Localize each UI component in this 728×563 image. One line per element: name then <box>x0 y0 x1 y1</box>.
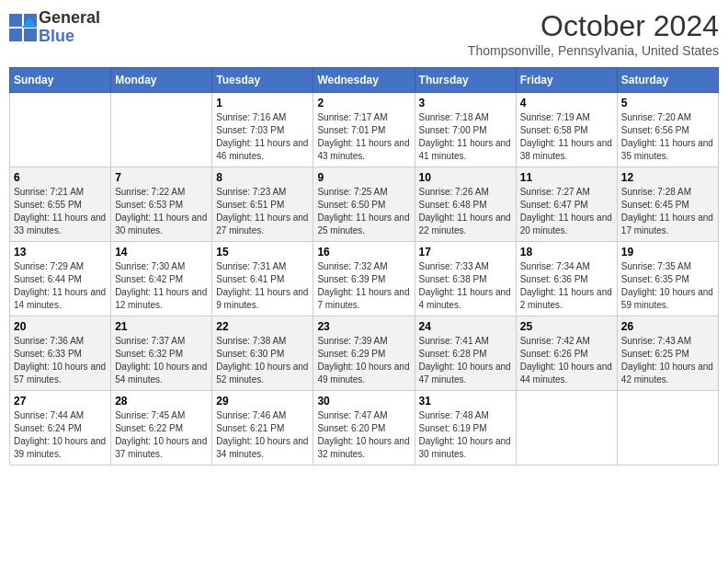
day-number: 26 <box>621 320 714 333</box>
day-number: 21 <box>115 320 208 333</box>
day-sun-info: Sunrise: 7:16 AMSunset: 7:03 PMDaylight:… <box>216 111 309 163</box>
day-sun-info: Sunrise: 7:44 AMSunset: 6:24 PMDaylight:… <box>14 409 107 461</box>
page-header: General Blue October 2024 Thompsonville,… <box>9 9 719 58</box>
day-number: 11 <box>520 171 613 184</box>
day-number: 18 <box>520 246 613 259</box>
day-header-saturday: Saturday <box>617 68 718 93</box>
calendar-cell: 28Sunrise: 7:45 AMSunset: 6:22 PMDayligh… <box>111 391 212 465</box>
day-sun-info: Sunrise: 7:48 AMSunset: 6:19 PMDaylight:… <box>419 409 512 461</box>
calendar-week-4: 20Sunrise: 7:36 AMSunset: 6:33 PMDayligh… <box>10 316 719 391</box>
day-sun-info: Sunrise: 7:34 AMSunset: 6:36 PMDaylight:… <box>520 260 613 312</box>
month-title: October 2024 <box>468 9 719 43</box>
day-number: 27 <box>14 395 107 408</box>
day-sun-info: Sunrise: 7:36 AMSunset: 6:33 PMDaylight:… <box>14 335 107 386</box>
day-number: 5 <box>621 97 714 109</box>
calendar-week-1: 1Sunrise: 7:16 AMSunset: 7:03 PMDaylight… <box>10 93 719 167</box>
day-number: 15 <box>216 246 309 259</box>
logo-blue: Blue <box>39 28 100 46</box>
logo-general: General <box>39 9 100 28</box>
calendar-cell: 16Sunrise: 7:32 AMSunset: 6:39 PMDayligh… <box>313 242 415 316</box>
day-sun-info: Sunrise: 7:21 AMSunset: 6:55 PMDaylight:… <box>14 186 107 237</box>
day-sun-info: Sunrise: 7:37 AMSunset: 6:32 PMDaylight:… <box>115 335 208 386</box>
day-sun-info: Sunrise: 7:38 AMSunset: 6:30 PMDaylight:… <box>216 335 309 386</box>
day-header-thursday: Thursday <box>415 68 516 93</box>
calendar-cell: 20Sunrise: 7:36 AMSunset: 6:33 PMDayligh… <box>10 316 111 391</box>
day-number: 28 <box>115 395 208 408</box>
location-text: Thompsonville, Pennsylvania, United Stat… <box>468 43 719 58</box>
calendar-cell: 30Sunrise: 7:47 AMSunset: 6:20 PMDayligh… <box>313 391 415 465</box>
day-header-sunday: Sunday <box>10 68 111 93</box>
day-number: 8 <box>216 171 309 184</box>
day-number: 25 <box>520 320 613 333</box>
day-number: 16 <box>317 246 410 259</box>
day-header-monday: Monday <box>111 68 212 93</box>
day-number: 22 <box>216 320 309 333</box>
day-sun-info: Sunrise: 7:20 AMSunset: 6:56 PMDaylight:… <box>621 111 714 163</box>
day-number: 7 <box>115 171 208 184</box>
calendar-cell: 23Sunrise: 7:39 AMSunset: 6:29 PMDayligh… <box>313 316 415 391</box>
calendar-cell: 4Sunrise: 7:19 AMSunset: 6:58 PMDaylight… <box>516 93 617 167</box>
svg-rect-3 <box>24 29 37 41</box>
calendar-cell: 1Sunrise: 7:16 AMSunset: 7:03 PMDaylight… <box>212 93 313 167</box>
day-number: 17 <box>419 246 512 259</box>
day-number: 12 <box>621 171 714 184</box>
day-sun-info: Sunrise: 7:30 AMSunset: 6:42 PMDaylight:… <box>115 260 208 312</box>
calendar-cell: 3Sunrise: 7:18 AMSunset: 7:00 PMDaylight… <box>415 93 516 167</box>
day-number: 24 <box>419 320 512 333</box>
calendar-cell: 25Sunrise: 7:42 AMSunset: 6:26 PMDayligh… <box>516 316 617 391</box>
calendar-cell: 24Sunrise: 7:41 AMSunset: 6:28 PMDayligh… <box>415 316 516 391</box>
svg-rect-0 <box>9 14 22 27</box>
day-sun-info: Sunrise: 7:17 AMSunset: 7:01 PMDaylight:… <box>317 111 410 163</box>
day-sun-info: Sunrise: 7:22 AMSunset: 6:53 PMDaylight:… <box>115 186 208 237</box>
calendar-cell <box>516 391 617 465</box>
calendar-cell: 14Sunrise: 7:30 AMSunset: 6:42 PMDayligh… <box>111 242 212 316</box>
day-number: 1 <box>216 97 309 109</box>
day-header-tuesday: Tuesday <box>212 68 313 93</box>
calendar-cell: 22Sunrise: 7:38 AMSunset: 6:30 PMDayligh… <box>212 316 313 391</box>
day-sun-info: Sunrise: 7:35 AMSunset: 6:35 PMDaylight:… <box>621 260 714 312</box>
day-number: 30 <box>317 395 410 408</box>
calendar-cell: 26Sunrise: 7:43 AMSunset: 6:25 PMDayligh… <box>617 316 718 391</box>
calendar-body: 1Sunrise: 7:16 AMSunset: 7:03 PMDaylight… <box>10 93 719 465</box>
day-number: 13 <box>14 246 107 259</box>
day-number: 6 <box>14 171 107 184</box>
calendar-cell: 2Sunrise: 7:17 AMSunset: 7:01 PMDaylight… <box>313 93 415 167</box>
calendar-cell: 11Sunrise: 7:27 AMSunset: 6:47 PMDayligh… <box>516 167 617 242</box>
logo-icon <box>9 14 37 41</box>
day-number: 20 <box>14 320 107 333</box>
calendar-table: SundayMondayTuesdayWednesdayThursdayFrid… <box>9 67 719 465</box>
calendar-cell: 10Sunrise: 7:26 AMSunset: 6:48 PMDayligh… <box>415 167 516 242</box>
calendar-cell: 12Sunrise: 7:28 AMSunset: 6:45 PMDayligh… <box>617 167 718 242</box>
calendar-week-2: 6Sunrise: 7:21 AMSunset: 6:55 PMDaylight… <box>10 167 719 242</box>
day-number: 10 <box>419 171 512 184</box>
calendar-week-5: 27Sunrise: 7:44 AMSunset: 6:24 PMDayligh… <box>10 391 719 465</box>
day-sun-info: Sunrise: 7:45 AMSunset: 6:22 PMDaylight:… <box>115 409 208 461</box>
calendar-cell: 9Sunrise: 7:25 AMSunset: 6:50 PMDaylight… <box>313 167 415 242</box>
calendar-week-3: 13Sunrise: 7:29 AMSunset: 6:44 PMDayligh… <box>10 242 719 316</box>
day-sun-info: Sunrise: 7:19 AMSunset: 6:58 PMDaylight:… <box>520 111 613 163</box>
calendar-cell <box>111 93 212 167</box>
day-number: 2 <box>317 97 410 109</box>
day-sun-info: Sunrise: 7:28 AMSunset: 6:45 PMDaylight:… <box>621 186 714 237</box>
calendar-cell: 19Sunrise: 7:35 AMSunset: 6:35 PMDayligh… <box>617 242 718 316</box>
day-number: 14 <box>115 246 208 259</box>
day-number: 4 <box>520 97 613 109</box>
day-sun-info: Sunrise: 7:39 AMSunset: 6:29 PMDaylight:… <box>317 335 410 386</box>
day-number: 9 <box>317 171 410 184</box>
calendar-cell: 29Sunrise: 7:46 AMSunset: 6:21 PMDayligh… <box>212 391 313 465</box>
calendar-header-row: SundayMondayTuesdayWednesdayThursdayFrid… <box>10 68 719 93</box>
day-sun-info: Sunrise: 7:46 AMSunset: 6:21 PMDaylight:… <box>216 409 309 461</box>
calendar-cell: 7Sunrise: 7:22 AMSunset: 6:53 PMDaylight… <box>111 167 212 242</box>
day-sun-info: Sunrise: 7:32 AMSunset: 6:39 PMDaylight:… <box>317 260 410 312</box>
day-header-friday: Friday <box>516 68 617 93</box>
day-sun-info: Sunrise: 7:47 AMSunset: 6:20 PMDaylight:… <box>317 409 410 461</box>
calendar-cell: 6Sunrise: 7:21 AMSunset: 6:55 PMDaylight… <box>10 167 111 242</box>
day-sun-info: Sunrise: 7:27 AMSunset: 6:47 PMDaylight:… <box>520 186 613 237</box>
calendar-cell: 13Sunrise: 7:29 AMSunset: 6:44 PMDayligh… <box>10 242 111 316</box>
calendar-cell <box>617 391 718 465</box>
day-number: 29 <box>216 395 309 408</box>
title-area: October 2024 Thompsonville, Pennsylvania… <box>468 9 719 58</box>
day-sun-info: Sunrise: 7:33 AMSunset: 6:38 PMDaylight:… <box>419 260 512 312</box>
day-number: 31 <box>419 395 512 408</box>
day-sun-info: Sunrise: 7:41 AMSunset: 6:28 PMDaylight:… <box>419 335 512 386</box>
